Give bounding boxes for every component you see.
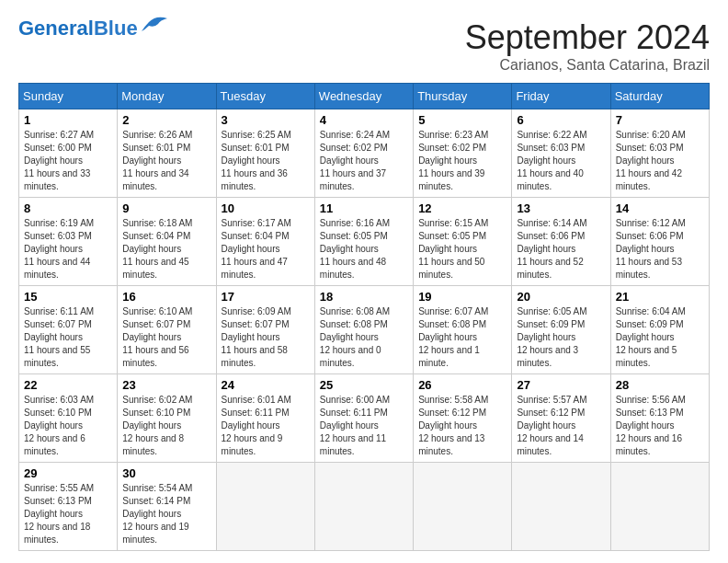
day-info: Sunrise: 6:11 AMSunset: 6:07 PMDaylight … bbox=[24, 305, 112, 370]
day-info: Sunrise: 6:10 AMSunset: 6:07 PMDaylight … bbox=[122, 305, 210, 370]
day-number: 29 bbox=[24, 466, 112, 480]
calendar-day-cell: 7Sunrise: 6:20 AMSunset: 6:03 PMDaylight… bbox=[610, 109, 709, 198]
calendar-day-cell: 1Sunrise: 6:27 AMSunset: 6:00 PMDaylight… bbox=[19, 109, 118, 198]
calendar-week-row: 15Sunrise: 6:11 AMSunset: 6:07 PMDayligh… bbox=[19, 286, 710, 374]
day-number: 3 bbox=[222, 113, 310, 127]
calendar-day-cell: 15Sunrise: 6:11 AMSunset: 6:07 PMDayligh… bbox=[19, 286, 118, 374]
day-number: 27 bbox=[517, 378, 605, 392]
calendar-day-cell bbox=[414, 463, 512, 551]
page-header: GeneralBlue September 2024 Carianos, San… bbox=[18, 18, 710, 74]
day-number: 13 bbox=[517, 201, 605, 215]
calendar-day-cell: 20Sunrise: 6:05 AMSunset: 6:09 PMDayligh… bbox=[512, 286, 610, 374]
day-info: Sunrise: 6:25 AMSunset: 6:01 PMDaylight … bbox=[222, 129, 310, 193]
weekday-header: Saturday bbox=[610, 84, 709, 109]
day-info: Sunrise: 6:00 AMSunset: 6:11 PMDaylight … bbox=[320, 394, 408, 458]
weekday-header: Sunday bbox=[19, 84, 118, 109]
calendar-day-cell: 21Sunrise: 6:04 AMSunset: 6:09 PMDayligh… bbox=[610, 286, 709, 374]
day-info: Sunrise: 6:02 AMSunset: 6:10 PMDaylight … bbox=[122, 394, 210, 458]
day-info: Sunrise: 6:14 AMSunset: 6:06 PMDaylight … bbox=[517, 217, 605, 282]
day-number: 8 bbox=[24, 201, 112, 215]
day-info: Sunrise: 6:20 AMSunset: 6:03 PMDaylight … bbox=[616, 129, 704, 193]
calendar-day-cell: 16Sunrise: 6:10 AMSunset: 6:07 PMDayligh… bbox=[118, 286, 216, 374]
day-info: Sunrise: 5:58 AMSunset: 6:12 PMDaylight … bbox=[418, 394, 506, 458]
day-info: Sunrise: 6:19 AMSunset: 6:03 PMDaylight … bbox=[24, 217, 112, 282]
calendar-table: SundayMondayTuesdayWednesdayThursdayFrid… bbox=[18, 83, 710, 551]
weekday-header: Thursday bbox=[414, 84, 512, 109]
calendar-week-row: 22Sunrise: 6:03 AMSunset: 6:10 PMDayligh… bbox=[19, 374, 710, 463]
calendar-day-cell: 27Sunrise: 5:57 AMSunset: 6:12 PMDayligh… bbox=[512, 374, 610, 463]
day-info: Sunrise: 5:57 AMSunset: 6:12 PMDaylight … bbox=[517, 394, 605, 458]
calendar-day-cell: 17Sunrise: 6:09 AMSunset: 6:07 PMDayligh… bbox=[216, 286, 314, 374]
calendar-day-cell bbox=[610, 463, 709, 551]
day-info: Sunrise: 6:16 AMSunset: 6:05 PMDaylight … bbox=[320, 217, 408, 282]
day-number: 7 bbox=[616, 113, 704, 127]
calendar-day-cell: 14Sunrise: 6:12 AMSunset: 6:06 PMDayligh… bbox=[610, 198, 709, 286]
weekday-header: Monday bbox=[118, 84, 216, 109]
day-number: 14 bbox=[616, 201, 704, 215]
day-number: 2 bbox=[122, 113, 210, 127]
day-info: Sunrise: 6:12 AMSunset: 6:06 PMDaylight … bbox=[616, 217, 704, 282]
calendar-header-row: SundayMondayTuesdayWednesdayThursdayFrid… bbox=[19, 84, 710, 109]
calendar-day-cell: 26Sunrise: 5:58 AMSunset: 6:12 PMDayligh… bbox=[414, 374, 512, 463]
day-number: 28 bbox=[616, 378, 704, 392]
calendar-day-cell: 10Sunrise: 6:17 AMSunset: 6:04 PMDayligh… bbox=[216, 198, 314, 286]
calendar-day-cell: 13Sunrise: 6:14 AMSunset: 6:06 PMDayligh… bbox=[512, 198, 610, 286]
day-info: Sunrise: 6:22 AMSunset: 6:03 PMDaylight … bbox=[517, 129, 605, 193]
day-number: 9 bbox=[122, 201, 210, 215]
calendar-day-cell bbox=[314, 463, 413, 551]
day-info: Sunrise: 6:26 AMSunset: 6:01 PMDaylight … bbox=[122, 129, 210, 193]
calendar-day-cell: 5Sunrise: 6:23 AMSunset: 6:02 PMDaylight… bbox=[414, 109, 512, 198]
day-number: 4 bbox=[320, 113, 408, 127]
calendar-day-cell: 9Sunrise: 6:18 AMSunset: 6:04 PMDaylight… bbox=[118, 198, 216, 286]
day-number: 24 bbox=[222, 378, 310, 392]
weekday-header: Tuesday bbox=[216, 84, 314, 109]
calendar-day-cell: 30Sunrise: 5:54 AMSunset: 6:14 PMDayligh… bbox=[118, 463, 216, 551]
day-info: Sunrise: 5:56 AMSunset: 6:13 PMDaylight … bbox=[616, 394, 704, 458]
logo: GeneralBlue bbox=[18, 18, 169, 39]
day-info: Sunrise: 6:05 AMSunset: 6:09 PMDaylight … bbox=[517, 305, 605, 370]
day-info: Sunrise: 6:18 AMSunset: 6:04 PMDaylight … bbox=[122, 217, 210, 282]
day-number: 21 bbox=[616, 290, 704, 304]
day-number: 17 bbox=[222, 290, 310, 304]
day-number: 11 bbox=[320, 201, 408, 215]
weekday-header: Wednesday bbox=[314, 84, 413, 109]
logo-text: GeneralBlue bbox=[18, 18, 138, 39]
calendar-day-cell bbox=[512, 463, 610, 551]
title-block: September 2024 Carianos, Santa Catarina,… bbox=[465, 18, 710, 74]
day-info: Sunrise: 6:23 AMSunset: 6:02 PMDaylight … bbox=[418, 129, 506, 193]
day-number: 19 bbox=[418, 290, 506, 304]
day-info: Sunrise: 5:55 AMSunset: 6:13 PMDaylight … bbox=[24, 482, 112, 546]
calendar-day-cell: 29Sunrise: 5:55 AMSunset: 6:13 PMDayligh… bbox=[19, 463, 118, 551]
day-info: Sunrise: 6:08 AMSunset: 6:08 PMDaylight … bbox=[320, 305, 408, 370]
day-number: 16 bbox=[122, 290, 210, 304]
month-title: September 2024 bbox=[465, 18, 710, 57]
day-number: 5 bbox=[418, 113, 506, 127]
calendar-day-cell: 12Sunrise: 6:15 AMSunset: 6:05 PMDayligh… bbox=[414, 198, 512, 286]
day-info: Sunrise: 5:54 AMSunset: 6:14 PMDaylight … bbox=[122, 482, 210, 546]
location: Carianos, Santa Catarina, Brazil bbox=[465, 57, 710, 74]
day-number: 30 bbox=[122, 466, 210, 480]
calendar-day-cell: 23Sunrise: 6:02 AMSunset: 6:10 PMDayligh… bbox=[118, 374, 216, 463]
day-info: Sunrise: 6:03 AMSunset: 6:10 PMDaylight … bbox=[24, 394, 112, 458]
calendar-day-cell: 19Sunrise: 6:07 AMSunset: 6:08 PMDayligh… bbox=[414, 286, 512, 374]
day-info: Sunrise: 6:07 AMSunset: 6:08 PMDaylight … bbox=[418, 305, 506, 370]
calendar-day-cell: 4Sunrise: 6:24 AMSunset: 6:02 PMDaylight… bbox=[314, 109, 413, 198]
day-number: 1 bbox=[24, 113, 112, 127]
day-number: 15 bbox=[24, 290, 112, 304]
day-info: Sunrise: 6:17 AMSunset: 6:04 PMDaylight … bbox=[222, 217, 310, 282]
day-number: 23 bbox=[122, 378, 210, 392]
day-info: Sunrise: 6:15 AMSunset: 6:05 PMDaylight … bbox=[418, 217, 506, 282]
day-number: 26 bbox=[418, 378, 506, 392]
calendar-day-cell: 2Sunrise: 6:26 AMSunset: 6:01 PMDaylight… bbox=[118, 109, 216, 198]
calendar-day-cell: 25Sunrise: 6:00 AMSunset: 6:11 PMDayligh… bbox=[314, 374, 413, 463]
day-number: 20 bbox=[517, 290, 605, 304]
day-number: 6 bbox=[517, 113, 605, 127]
calendar-day-cell: 18Sunrise: 6:08 AMSunset: 6:08 PMDayligh… bbox=[314, 286, 413, 374]
day-info: Sunrise: 6:01 AMSunset: 6:11 PMDaylight … bbox=[222, 394, 310, 458]
calendar-week-row: 1Sunrise: 6:27 AMSunset: 6:00 PMDaylight… bbox=[19, 109, 710, 198]
calendar-week-row: 29Sunrise: 5:55 AMSunset: 6:13 PMDayligh… bbox=[19, 463, 710, 551]
day-info: Sunrise: 6:09 AMSunset: 6:07 PMDaylight … bbox=[222, 305, 310, 370]
calendar-day-cell: 3Sunrise: 6:25 AMSunset: 6:01 PMDaylight… bbox=[216, 109, 314, 198]
day-number: 12 bbox=[418, 201, 506, 215]
logo-bird-icon bbox=[140, 15, 169, 35]
